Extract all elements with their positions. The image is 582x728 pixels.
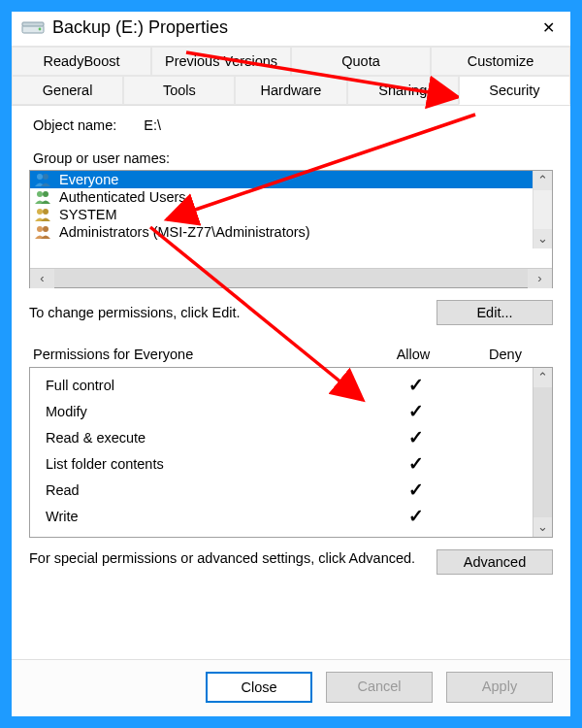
- group-icon: [34, 172, 53, 187]
- list-item-label: SYSTEM: [59, 207, 117, 222]
- close-icon[interactable]: ✕: [536, 18, 561, 37]
- list-item-label: Authenticated Users: [59, 189, 186, 205]
- list-item[interactable]: Everyone: [30, 171, 552, 188]
- window-title: Backup (E:) Properties: [52, 17, 536, 38]
- tab-tools[interactable]: Tools: [123, 76, 235, 105]
- close-button[interactable]: Close: [206, 672, 312, 703]
- permission-row: Full control ✓: [46, 372, 552, 398]
- permission-name: Full control: [46, 378, 368, 393]
- svg-point-4: [43, 174, 48, 180]
- scroll-down-icon[interactable]: ⌄: [534, 229, 552, 248]
- scroll-right-icon[interactable]: ›: [528, 269, 552, 288]
- list-item[interactable]: SYSTEM: [30, 206, 552, 223]
- tab-content: Object name: E:\ Group or user names: Ev…: [12, 106, 570, 659]
- properties-window: Backup (E:) Properties ✕ ReadyBoost Prev…: [10, 10, 572, 718]
- edit-button[interactable]: Edit...: [436, 300, 553, 325]
- scroll-down-icon[interactable]: ⌄: [534, 517, 552, 537]
- svg-point-6: [43, 191, 48, 197]
- scroll-left-icon[interactable]: ‹: [30, 269, 54, 288]
- checkmark-icon: ✓: [368, 479, 465, 501]
- titlebar: Backup (E:) Properties ✕: [12, 12, 570, 47]
- group-icon: [34, 224, 53, 240]
- cancel-button: Cancel: [326, 672, 433, 703]
- svg-point-10: [43, 226, 48, 232]
- svg-point-7: [37, 209, 43, 215]
- permission-name: Write: [46, 509, 368, 524]
- permission-row: Read ✓: [46, 477, 552, 503]
- tab-previous-versions[interactable]: Previous Versions: [151, 47, 291, 76]
- apply-button: Apply: [446, 672, 553, 703]
- object-name-value: E:\: [144, 117, 161, 133]
- svg-point-9: [37, 226, 43, 232]
- list-item-label: Administrators (MSI-Z77\Administrators): [59, 224, 310, 240]
- tab-readyboost[interactable]: ReadyBoost: [12, 47, 151, 76]
- list-item[interactable]: Authenticated Users: [30, 188, 552, 206]
- advanced-hint: For special permissions or advanced sett…: [29, 549, 417, 569]
- checkmark-icon: ✓: [368, 374, 465, 396]
- permission-name: Modify: [46, 404, 368, 419]
- tab-general[interactable]: General: [12, 76, 123, 105]
- tab-quota[interactable]: Quota: [291, 47, 431, 76]
- svg-point-3: [37, 174, 43, 180]
- advanced-button[interactable]: Advanced: [436, 549, 553, 575]
- permission-row: Write ✓: [46, 503, 552, 529]
- svg-rect-2: [22, 22, 44, 26]
- permission-row: Modify ✓: [46, 398, 552, 424]
- group-user-label: Group or user names:: [29, 150, 553, 166]
- tab-hardware[interactable]: Hardware: [235, 76, 346, 105]
- permission-row: Read & execute ✓: [46, 424, 552, 450]
- permission-row: List folder contents ✓: [46, 450, 552, 477]
- tab-security[interactable]: Security: [459, 76, 570, 105]
- drive-icon: [21, 21, 45, 35]
- tab-customize[interactable]: Customize: [431, 47, 570, 76]
- checkmark-icon: ✓: [368, 400, 465, 422]
- checkmark-icon: ✓: [368, 505, 465, 527]
- tab-sharing[interactable]: Sharing: [347, 76, 459, 105]
- tab-strip: ReadyBoost Previous Versions Quota Custo…: [12, 47, 570, 106]
- svg-point-5: [37, 191, 43, 197]
- scroll-up-icon[interactable]: ⌃: [534, 171, 552, 190]
- permissions-for-label: Permissions for Everyone: [33, 347, 365, 362]
- svg-point-8: [43, 209, 48, 215]
- allow-header: Allow: [365, 347, 462, 362]
- object-name-label: Object name:: [33, 117, 116, 133]
- permission-name: Read & execute: [46, 430, 368, 446]
- checkmark-icon: ✓: [368, 452, 465, 475]
- group-icon: [34, 207, 53, 222]
- group-icon: [34, 189, 53, 205]
- checkmark-icon: ✓: [368, 426, 465, 448]
- user-list[interactable]: Everyone Authenticated Users SYSTEM: [29, 170, 553, 288]
- dialog-footer: Close Cancel Apply: [12, 659, 570, 716]
- scroll-up-icon[interactable]: ⌃: [534, 368, 552, 387]
- edit-hint: To change permissions, click Edit.: [29, 305, 241, 320]
- scrollbar-horizontal[interactable]: ‹ ›: [30, 268, 552, 287]
- scrollbar-vertical[interactable]: ⌃ ⌄: [533, 368, 552, 537]
- list-item-label: Everyone: [59, 172, 118, 187]
- permission-name: Read: [46, 482, 368, 498]
- scrollbar-vertical[interactable]: ⌃ ⌄: [533, 171, 552, 248]
- permissions-list[interactable]: Full control ✓ Modify ✓ Read & execute ✓…: [29, 367, 553, 538]
- list-item[interactable]: Administrators (MSI-Z77\Administrators): [30, 223, 552, 241]
- svg-point-1: [39, 27, 42, 30]
- deny-header: Deny: [462, 347, 549, 362]
- permission-name: List folder contents: [46, 456, 368, 472]
